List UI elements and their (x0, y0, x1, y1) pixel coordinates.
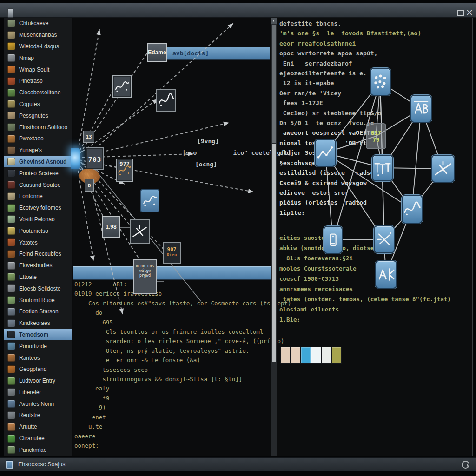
sidebar-item-icon (7, 20, 15, 27)
graph-node[interactable]: 977 (116, 159, 133, 182)
sidebar-item-icon (7, 238, 15, 246)
sidebar-item[interactable]: Feind Recoubfes (4, 248, 72, 260)
code-line: do (74, 308, 291, 317)
sidebar-item[interactable]: Ghevinsd Asnoud (4, 156, 72, 168)
vertical-scrollbar[interactable] (271, 18, 277, 456)
close-window-button[interactable]: × (466, 6, 473, 19)
sidebar-item[interactable]: Cuusund Soutoe (4, 179, 72, 191)
mesh-node-phone[interactable] (324, 226, 343, 254)
sidebar-item-icon (7, 262, 15, 270)
graph-node[interactable]: 907Dieu (163, 242, 181, 264)
color-swatch[interactable] (301, 347, 311, 364)
mesh-node-scatter[interactable] (315, 139, 336, 167)
color-swatch[interactable] (331, 347, 342, 364)
graph-node[interactable] (130, 219, 150, 244)
detail-line: fees 1-17JE (279, 98, 421, 108)
sidebar-item[interactable]: Yunage's (4, 145, 72, 156)
mesh-node-cluster[interactable] (370, 68, 391, 96)
sidebar-item-icon (7, 181, 15, 189)
code-line: 0(212 AB1: (74, 280, 291, 289)
detail-line: oldjer Soser (279, 148, 421, 158)
sidebar-item[interactable]: Pessgnutes (4, 110, 72, 121)
code-line: Oten,-ns prý alatie, tevroaleyos" astrio… (74, 346, 291, 356)
title-bar: × (0, 3, 476, 18)
sidebar-item[interactable]: Eloesb Selldoste (4, 283, 72, 294)
sidebar-item[interactable]: Chtukcaeve (4, 18, 72, 29)
sidebar-item[interactable]: Einsthoorn Soitiooo (4, 121, 72, 133)
sidebar-item[interactable]: Soutomt Ruoe (4, 294, 72, 306)
sidebar-item[interactable]: Vostit Peionao (4, 214, 72, 225)
sidebar-item[interactable]: Footion Starson (4, 306, 72, 317)
sidebar-item[interactable]: Ponortizide (4, 340, 72, 352)
hub-node[interactable] (71, 148, 80, 169)
graph-node[interactable]: 703 (86, 147, 104, 170)
detail-line: Oer ran/te 'Vicey (279, 88, 421, 98)
detail-line: 1ip1te: (279, 208, 421, 218)
sidebar-item[interactable]: Kindkeoraes (4, 317, 72, 329)
graph-node[interactable]: 1.98 (102, 216, 120, 238)
sidebar-item[interactable]: Temodsom (4, 329, 72, 341)
color-swatch[interactable] (321, 347, 331, 364)
mesh-node-ab[interactable] (410, 95, 432, 123)
graph-node[interactable]: 13 (83, 131, 94, 143)
scrollbar-thumb-light[interactable] (272, 144, 276, 362)
sidebar-item[interactable]: Geogpfand (4, 364, 72, 375)
sidebar-item[interactable]: Pootunictso (4, 225, 72, 237)
refresh-icon[interactable] (462, 461, 469, 469)
sidebar-item[interactable]: Nmap (4, 52, 72, 64)
selected-edge-bar[interactable]: avb[docis] (166, 47, 270, 60)
mesh-node-xscribble[interactable] (374, 225, 395, 253)
sidebar-item-label: Pooteo Scatese (19, 170, 59, 177)
sidebar-item-icon (7, 296, 15, 304)
sidebar-item-icon (7, 319, 15, 327)
sidebar-item[interactable]: Cliranutee (4, 433, 72, 444)
sidebar-item[interactable]: Pinetrasp (4, 75, 72, 87)
sidebar-item-label: Ettoate (19, 274, 37, 280)
graph-node[interactable]: D (85, 179, 94, 192)
mesh-node-plane[interactable] (431, 155, 455, 183)
graph-node[interactable] (112, 75, 132, 98)
graph-note-node[interactable]: m-no-coswétgwprgwd (133, 259, 157, 294)
sidebar-item[interactable]: Musencnanbas (4, 29, 72, 41)
sidebar-item[interactable]: Ettoate (4, 271, 72, 283)
scroll-up-button[interactable] (271, 18, 277, 24)
code-line: sfcutoinoguivs && donxjt~Sftsa ]t: §to]] (74, 375, 291, 384)
code-line: *9 (74, 394, 291, 403)
sidebar-item[interactable]: Elovesbudies (4, 260, 72, 271)
sidebar-item-label: Avontes Nonn (19, 401, 54, 407)
sidebar-item[interactable]: Ludtvoor Entry (4, 375, 72, 387)
sidebar-item[interactable]: Pooteo Scatese (4, 167, 72, 179)
mesh-node-num[interactable]: 01770 (366, 123, 386, 149)
sidebar-item[interactable]: Yatotes (4, 237, 72, 248)
sidebar-item[interactable]: Fiberelér (4, 387, 72, 398)
mesh-node-ttt[interactable] (372, 155, 393, 181)
selected-row-bar[interactable] (73, 266, 271, 280)
mesh-node-ak[interactable] (375, 260, 397, 289)
code-line: srarden: o les rirlers Sornene ," cove-á… (74, 337, 291, 346)
graph-node[interactable] (140, 189, 159, 212)
restore-window-button[interactable] (457, 10, 464, 16)
graph-node[interactable] (156, 89, 176, 112)
sidebar-item[interactable]: Fontonne (4, 191, 72, 202)
sidebar-item[interactable]: Clecoberseiltone (4, 87, 72, 99)
sidebar-item[interactable]: Ecotvey foliomes (4, 202, 72, 214)
color-swatch[interactable] (291, 347, 301, 364)
sidebar-item[interactable]: Ranteos (4, 352, 72, 364)
sidebar-item[interactable]: Wmap Soult (4, 64, 72, 75)
sidebar-item[interactable]: Pwextaoo (4, 133, 72, 145)
sidebar-item-icon (7, 169, 15, 177)
sidebar-item[interactable]: Cogutes (4, 99, 72, 110)
mesh-node-wave[interactable] (402, 195, 423, 224)
detail-line: 12 is it-epabe (279, 78, 421, 88)
color-swatch[interactable] (311, 347, 321, 364)
sidebar-item[interactable]: Avontes Nonn (4, 398, 72, 410)
sidebar-item[interactable]: Reutstre (4, 410, 72, 421)
sidebar-item[interactable]: Wietods-Ldsqus (4, 41, 72, 53)
color-swatch[interactable] (280, 347, 291, 364)
graph-node[interactable]: Edame (147, 43, 167, 62)
scrollbar-thumb[interactable] (272, 25, 276, 143)
sidebar-item[interactable]: Aruutte (4, 421, 72, 433)
sidebar-item-label: Ecotvey foliomes (19, 205, 61, 211)
sidebar-item[interactable]: Panckmlae (4, 444, 72, 456)
detail-text-block-1: defestite tbncns,'m's one §s le fovods B… (279, 19, 421, 218)
